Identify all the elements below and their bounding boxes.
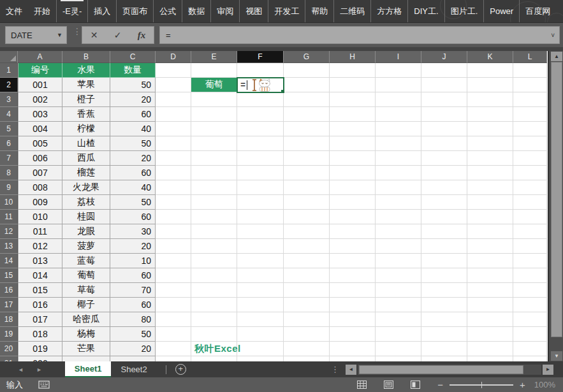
cell[interactable] [191, 63, 237, 78]
cell[interactable]: 018 [18, 327, 62, 342]
row-header[interactable]: 14 [0, 254, 18, 268]
cell[interactable] [237, 210, 284, 224]
row-header[interactable]: 13 [0, 239, 18, 254]
cell[interactable] [513, 180, 547, 195]
row-header[interactable]: 8 [0, 166, 18, 180]
cell[interactable] [191, 327, 237, 342]
horizontal-scrollbar-thumb[interactable] [359, 365, 523, 374]
cell[interactable]: 榴莲 [62, 166, 110, 180]
column-header[interactable]: C [110, 51, 156, 63]
cell[interactable] [330, 298, 376, 312]
cell[interactable]: 014 [18, 268, 62, 283]
cell[interactable]: 009 [18, 195, 62, 210]
cell[interactable] [421, 356, 467, 361]
cell[interactable] [330, 283, 376, 298]
cell[interactable] [330, 180, 376, 195]
cell[interactable] [284, 136, 330, 151]
cell[interactable] [467, 195, 513, 210]
page-break-view-button[interactable] [411, 381, 420, 389]
cell[interactable]: 60 [110, 298, 156, 312]
cell[interactable] [421, 63, 467, 78]
cell[interactable] [513, 342, 547, 356]
cell[interactable] [330, 195, 376, 210]
cell[interactable] [330, 78, 376, 92]
cell[interactable] [330, 239, 376, 254]
cell[interactable] [330, 122, 376, 136]
ribbon-tab[interactable]: 视图 [239, 0, 268, 23]
cell[interactable] [467, 283, 513, 298]
cell[interactable] [191, 136, 237, 151]
cell[interactable] [513, 122, 547, 136]
cell[interactable]: 003 [18, 107, 62, 122]
cell[interactable] [467, 78, 513, 92]
cell[interactable] [421, 136, 467, 151]
lookup-label-cell[interactable]: 葡萄 [191, 78, 237, 92]
cell[interactable] [156, 312, 191, 327]
enter-button[interactable]: ✓ [114, 30, 122, 40]
cell[interactable]: 019 [18, 342, 62, 356]
cell[interactable] [467, 298, 513, 312]
cell[interactable]: 50 [110, 136, 156, 151]
cell[interactable] [467, 254, 513, 268]
cell[interactable] [330, 312, 376, 327]
cell[interactable] [156, 327, 191, 342]
cell[interactable] [376, 151, 421, 166]
cell[interactable] [284, 63, 330, 78]
cell[interactable] [467, 356, 513, 361]
column-header[interactable]: H [330, 51, 376, 63]
cell[interactable] [330, 327, 376, 342]
cell[interactable]: 50 [110, 327, 156, 342]
cell[interactable]: 001 [18, 78, 62, 92]
row-header[interactable]: 19 [0, 327, 18, 342]
cell[interactable] [376, 136, 421, 151]
cell[interactable]: 20 [110, 151, 156, 166]
cell[interactable]: 011 [18, 224, 62, 239]
cell[interactable] [421, 254, 467, 268]
ribbon-tab[interactable]: 开发工 [268, 0, 305, 23]
ribbon-tab[interactable]: 二维码 [333, 0, 370, 23]
cell[interactable] [513, 224, 547, 239]
cell[interactable] [513, 107, 547, 122]
ribbon-tab[interactable]: 数据 [182, 0, 210, 23]
cell[interactable] [330, 210, 376, 224]
cell[interactable] [513, 136, 547, 151]
cell[interactable] [284, 268, 330, 283]
cell[interactable] [191, 151, 237, 166]
column-header[interactable]: J [421, 51, 467, 63]
cell[interactable] [513, 78, 547, 92]
cell[interactable]: 10 [110, 254, 156, 268]
cell[interactable]: 20 [110, 92, 156, 107]
horizontal-scrollbar-track[interactable] [358, 365, 541, 375]
cell[interactable] [421, 327, 467, 342]
cell[interactable]: 006 [18, 151, 62, 166]
scroll-up-button[interactable]: ▲ [551, 52, 562, 61]
cell[interactable] [513, 239, 547, 254]
cell[interactable] [237, 107, 284, 122]
row-header[interactable]: 1 [0, 63, 18, 78]
cell[interactable]: 012 [18, 239, 62, 254]
cell[interactable] [284, 151, 330, 166]
cell[interactable] [467, 180, 513, 195]
cell[interactable] [284, 107, 330, 122]
cell[interactable] [421, 268, 467, 283]
cell[interactable]: 008 [18, 180, 62, 195]
ribbon-tab[interactable]: Power [483, 0, 519, 23]
row-header[interactable]: 15 [0, 268, 18, 283]
cell[interactable] [376, 63, 421, 78]
cell[interactable] [467, 312, 513, 327]
row-header[interactable]: 20 [0, 342, 18, 356]
cell[interactable]: 荔枝 [62, 195, 110, 210]
fill-handle[interactable] [281, 89, 284, 92]
cell[interactable] [156, 356, 191, 361]
cell[interactable] [513, 312, 547, 327]
row-header[interactable]: 18 [0, 312, 18, 327]
cell[interactable] [421, 283, 467, 298]
cell[interactable] [421, 107, 467, 122]
cell[interactable] [156, 283, 191, 298]
cell[interactable] [376, 107, 421, 122]
normal-view-button[interactable] [357, 381, 367, 389]
cell[interactable] [237, 298, 284, 312]
cell[interactable]: 葡萄 [62, 268, 110, 283]
cell[interactable] [191, 239, 237, 254]
cell[interactable] [62, 356, 110, 361]
